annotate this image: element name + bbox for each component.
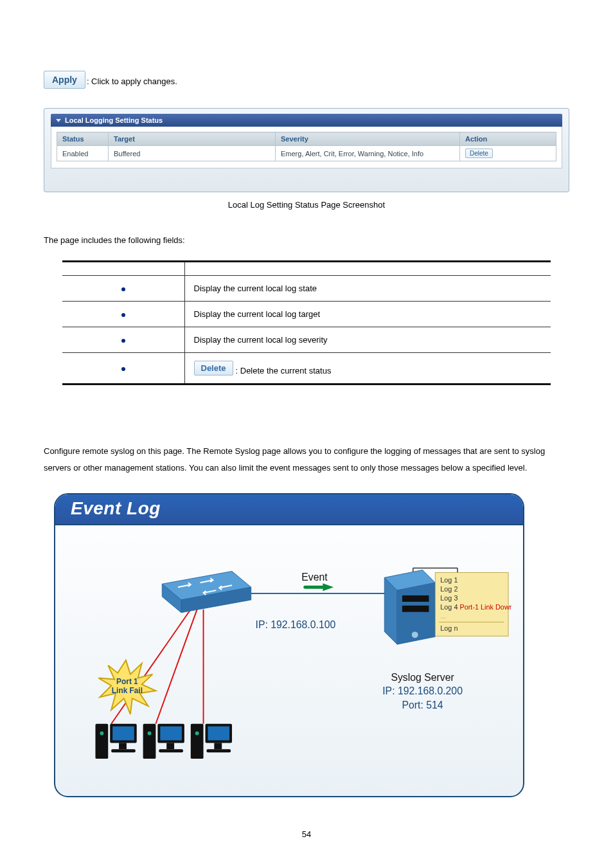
caret-down-icon <box>56 119 61 122</box>
svg-text:Port 1: Port 1 <box>116 677 138 686</box>
pc-icon <box>143 724 184 759</box>
svg-text:Log n: Log n <box>440 624 458 632</box>
cell-action: Delete <box>460 146 556 161</box>
svg-marker-4 <box>323 583 333 591</box>
field-desc: Display the current local log state <box>184 276 551 302</box>
field-desc: Delete : Delete the current status <box>184 353 551 384</box>
apply-button[interactable]: Apply <box>44 71 85 89</box>
fields-table: Display the current local log state Disp… <box>62 260 551 385</box>
svg-text:Log 4 Port-1 Link Down: Log 4 Port-1 Link Down <box>440 603 511 611</box>
svg-point-16 <box>412 631 418 638</box>
svg-rect-40 <box>191 724 204 759</box>
server-icon <box>384 570 435 645</box>
svg-rect-28 <box>95 724 108 759</box>
svg-text:Log 2: Log 2 <box>440 585 458 593</box>
svg-rect-37 <box>160 727 182 741</box>
fields-lead: The page includes the following fields: <box>44 235 569 245</box>
svg-rect-39 <box>159 749 183 752</box>
field-desc: Display the current local log target <box>184 302 551 327</box>
svg-rect-34 <box>143 724 156 759</box>
svg-text:Link Fail: Link Fail <box>112 686 143 695</box>
cell-target: Buffered <box>109 146 276 161</box>
svg-rect-45 <box>206 749 231 752</box>
event-label: Event <box>301 572 328 583</box>
page-number: 54 <box>44 829 569 839</box>
fields-header-desc <box>184 262 551 276</box>
table-row: Enabled Buffered Emerg, Alert, Crit, Err… <box>57 146 556 161</box>
svg-point-35 <box>148 732 152 736</box>
status-table: Status Target Severity Action Enabled Bu… <box>57 132 556 161</box>
cell-severity: Emerg, Alert, Crit, Error, Warning, Noti… <box>276 146 460 161</box>
svg-line-1 <box>155 610 197 724</box>
server-ip: IP: 192.168.0.200 <box>382 685 463 696</box>
diagram-svg: Log 1 Log 2 Log 3 Log 4 Port-1 Link Down… <box>67 532 511 776</box>
field-bullet <box>62 302 184 327</box>
svg-rect-38 <box>166 743 174 749</box>
cell-status: Enabled <box>57 146 109 161</box>
field-bullet <box>62 327 184 353</box>
pc-icon <box>95 724 136 759</box>
svg-rect-43 <box>208 727 229 741</box>
svg-rect-15 <box>402 606 429 612</box>
field-bullet <box>62 276 184 302</box>
col-action: Action <box>460 132 556 146</box>
apply-row: Apply : Click to apply changes. <box>44 71 569 89</box>
switch-icon <box>162 571 251 612</box>
apply-description: : Click to apply changes. <box>87 77 177 89</box>
remote-syslog-body: Configure remote syslog on this page. Th… <box>44 443 569 476</box>
svg-text:...: ... <box>440 612 446 620</box>
svg-text:Log 1: Log 1 <box>440 576 458 584</box>
panel-title: Local Logging Setting Status <box>65 116 163 124</box>
svg-rect-14 <box>402 595 429 602</box>
svg-rect-33 <box>111 749 136 752</box>
fields-header-object <box>62 262 184 276</box>
svg-point-41 <box>195 732 199 736</box>
event-log-diagram: Event Log <box>54 493 524 797</box>
svg-point-29 <box>100 732 103 736</box>
switch-ip: IP: 192.168.0.100 <box>256 619 336 630</box>
pc-icon <box>191 724 232 759</box>
log-note: Log 1 Log 2 Log 3 Log 4 Port-1 Link Down… <box>435 572 511 636</box>
svg-text:Log 3: Log 3 <box>440 594 458 602</box>
col-status: Status <box>57 132 109 146</box>
col-severity: Severity <box>276 132 460 146</box>
col-target: Target <box>109 132 276 146</box>
server-port: Port: 514 <box>402 700 443 710</box>
field-bullet <box>62 353 184 384</box>
delete-button-sample[interactable]: Delete <box>194 361 233 375</box>
server-name: Syslog Server <box>391 672 454 683</box>
delete-desc-text: : Delete the current status <box>236 366 332 375</box>
field-desc: Display the current local log severity <box>184 327 551 353</box>
delete-button[interactable]: Delete <box>465 149 493 158</box>
starburst-icon: Port 1 Link Fail <box>98 660 155 714</box>
status-panel: Local Logging Setting Status Status Targ… <box>44 108 569 192</box>
svg-rect-44 <box>214 743 222 749</box>
table-header-row: Status Target Severity Action <box>57 132 556 146</box>
diagram-title: Event Log <box>71 498 161 518</box>
panel-title-bar[interactable]: Local Logging Setting Status <box>51 114 562 127</box>
svg-rect-32 <box>119 743 127 749</box>
svg-rect-31 <box>112 727 134 741</box>
screenshot-caption: Local Log Setting Status Page Screenshot <box>44 200 569 210</box>
